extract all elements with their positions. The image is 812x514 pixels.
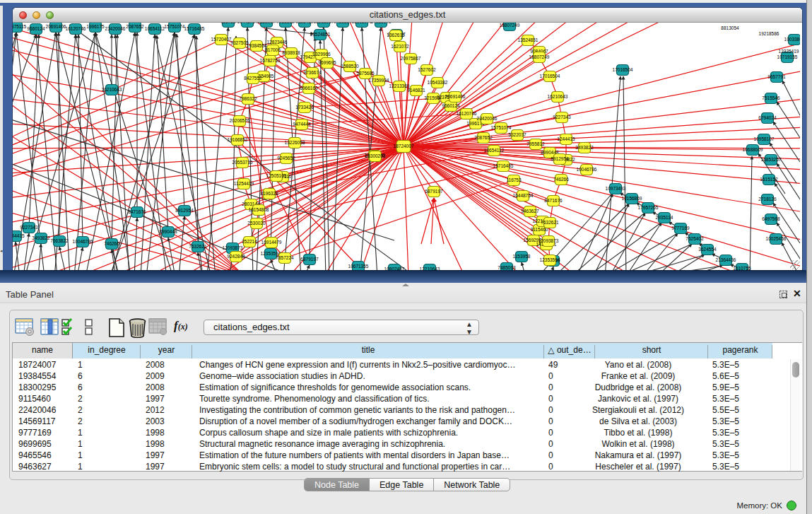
svg-text:20975867: 20975867 bbox=[401, 56, 421, 61]
svg-text:13524851: 13524851 bbox=[518, 37, 539, 42]
svg-text:1244415: 1244415 bbox=[557, 136, 575, 141]
svg-text:8912954: 8912954 bbox=[175, 208, 194, 213]
svg-text:9699695: 9699695 bbox=[318, 60, 336, 65]
svg-text:19384554: 19384554 bbox=[247, 43, 267, 48]
svg-text:15716485: 15716485 bbox=[493, 163, 514, 168]
svg-text:12210643: 12210643 bbox=[420, 267, 440, 270]
svg-text:20553715: 20553715 bbox=[233, 160, 253, 165]
svg-text:10973493: 10973493 bbox=[606, 186, 626, 191]
svg-text:17016504: 17016504 bbox=[613, 67, 633, 72]
svg-text:8813054: 8813054 bbox=[721, 25, 739, 30]
svg-text:10958107: 10958107 bbox=[754, 136, 775, 141]
svg-text:1610755: 1610755 bbox=[733, 266, 751, 270]
svg-text:2530020: 2530020 bbox=[247, 221, 266, 226]
svg-text:19218586: 19218586 bbox=[759, 31, 779, 36]
svg-text:1153958: 1153958 bbox=[513, 254, 531, 259]
svg-text:16120746: 16120746 bbox=[457, 111, 477, 116]
svg-text:15751074: 15751074 bbox=[491, 125, 512, 130]
svg-text:7485063: 7485063 bbox=[498, 265, 516, 270]
svg-text:1621072: 1621072 bbox=[391, 44, 409, 49]
svg-text:1615152: 1615152 bbox=[760, 177, 778, 182]
svg-text:7857224: 7857224 bbox=[276, 255, 294, 260]
svg-text:20206576: 20206576 bbox=[230, 118, 250, 123]
svg-text:3493822: 3493822 bbox=[32, 235, 50, 240]
svg-text:14136141: 14136141 bbox=[371, 23, 392, 24]
svg-text:8196328: 8196328 bbox=[260, 191, 278, 196]
svg-text:9736674: 9736674 bbox=[303, 70, 322, 75]
svg-text:252214: 252214 bbox=[242, 239, 257, 244]
svg-text:116753: 116753 bbox=[220, 23, 236, 24]
svg-text:2087652: 2087652 bbox=[126, 24, 144, 29]
svg-text:16448754: 16448754 bbox=[237, 23, 258, 24]
svg-text:18724007: 18724007 bbox=[394, 144, 414, 148]
svg-text:16914479: 16914479 bbox=[261, 240, 282, 245]
svg-text:20691406: 20691406 bbox=[46, 24, 66, 29]
svg-text:23420046: 23420046 bbox=[477, 116, 498, 121]
svg-text:7986322: 7986322 bbox=[239, 96, 257, 101]
svg-text:3493822: 3493822 bbox=[575, 145, 594, 150]
svg-text:12093873: 12093873 bbox=[223, 245, 243, 250]
svg-text:8990448: 8990448 bbox=[159, 229, 177, 234]
svg-text:746266: 746266 bbox=[104, 241, 119, 246]
svg-text:8471676: 8471676 bbox=[128, 209, 146, 214]
svg-text:817006: 817006 bbox=[265, 47, 281, 52]
svg-text:9660124: 9660124 bbox=[27, 26, 45, 31]
svg-text:12353594: 12353594 bbox=[540, 257, 560, 262]
svg-text:9227343: 9227343 bbox=[20, 225, 38, 230]
svg-text:10654112: 10654112 bbox=[484, 148, 505, 153]
svg-text:12505105: 12505105 bbox=[266, 173, 287, 178]
svg-text:8938918: 8938918 bbox=[282, 50, 300, 55]
svg-text:10046786: 10046786 bbox=[577, 167, 597, 172]
svg-text:1588520: 1588520 bbox=[341, 64, 359, 69]
svg-text:10046786: 10046786 bbox=[73, 239, 93, 244]
svg-text:3624554: 3624554 bbox=[698, 247, 717, 252]
svg-text:9146821: 9146821 bbox=[407, 88, 425, 93]
svg-text:12325419: 12325419 bbox=[779, 49, 799, 54]
svg-text:18807249: 18807249 bbox=[500, 23, 520, 28]
svg-text:1527602: 1527602 bbox=[418, 67, 436, 72]
svg-text:9474444: 9474444 bbox=[293, 122, 311, 127]
svg-text:746266: 746266 bbox=[553, 177, 569, 182]
svg-text:12213967: 12213967 bbox=[314, 23, 334, 24]
svg-text:1362615: 1362615 bbox=[387, 33, 405, 37]
svg-text:7625402: 7625402 bbox=[686, 236, 704, 241]
svg-text:2087652: 2087652 bbox=[474, 135, 493, 140]
svg-text:10719155: 10719155 bbox=[777, 54, 798, 59]
svg-text:5322037: 5322037 bbox=[508, 132, 526, 137]
svg-text:25300203: 25300203 bbox=[365, 153, 386, 158]
svg-text:15720407: 15720407 bbox=[211, 37, 232, 42]
svg-text:6794024: 6794024 bbox=[758, 115, 777, 120]
svg-text:16210643: 16210643 bbox=[548, 94, 568, 99]
svg-text:6966160: 6966160 bbox=[300, 86, 318, 90]
svg-text:9115460: 9115460 bbox=[296, 23, 314, 24]
svg-text:6879197: 6879197 bbox=[425, 189, 443, 194]
svg-text:9245652: 9245652 bbox=[277, 156, 295, 160]
svg-text:7515546: 7515546 bbox=[762, 95, 780, 100]
svg-text:8471676: 8471676 bbox=[544, 198, 563, 203]
svg-text:12156869: 12156869 bbox=[622, 196, 642, 201]
svg-text:7632621: 7632621 bbox=[541, 220, 559, 225]
svg-text:12823446: 12823446 bbox=[267, 40, 288, 45]
svg-text:7663822: 7663822 bbox=[50, 238, 69, 243]
svg-text:12093873: 12093873 bbox=[539, 238, 559, 243]
svg-text:9329966: 9329966 bbox=[312, 52, 331, 57]
svg-text:2718126: 2718126 bbox=[758, 197, 777, 201]
svg-text:23420046: 23420046 bbox=[105, 26, 126, 31]
svg-text:10671355: 10671355 bbox=[348, 264, 369, 269]
svg-text:12375115: 12375115 bbox=[13, 24, 27, 29]
svg-text:2935114: 2935114 bbox=[656, 215, 673, 220]
svg-text:10688609: 10688609 bbox=[743, 147, 763, 152]
svg-text:21364436: 21364436 bbox=[716, 257, 736, 262]
svg-text:16448754: 16448754 bbox=[513, 193, 534, 198]
svg-text:9657791: 9657791 bbox=[767, 74, 786, 79]
svg-text:5322037: 5322037 bbox=[257, 23, 276, 24]
svg-text:1244415: 1244415 bbox=[13, 233, 25, 238]
svg-text:17016504: 17016504 bbox=[540, 74, 560, 78]
svg-text:10543382: 10543382 bbox=[428, 80, 448, 85]
svg-text:7955812: 7955812 bbox=[276, 23, 295, 24]
svg-text:10807487: 10807487 bbox=[384, 267, 405, 270]
svg-text:9463627: 9463627 bbox=[334, 23, 352, 24]
svg-text:16120746: 16120746 bbox=[66, 26, 86, 31]
svg-text:18807249: 18807249 bbox=[529, 54, 550, 59]
svg-text:6879197: 6879197 bbox=[300, 257, 319, 262]
